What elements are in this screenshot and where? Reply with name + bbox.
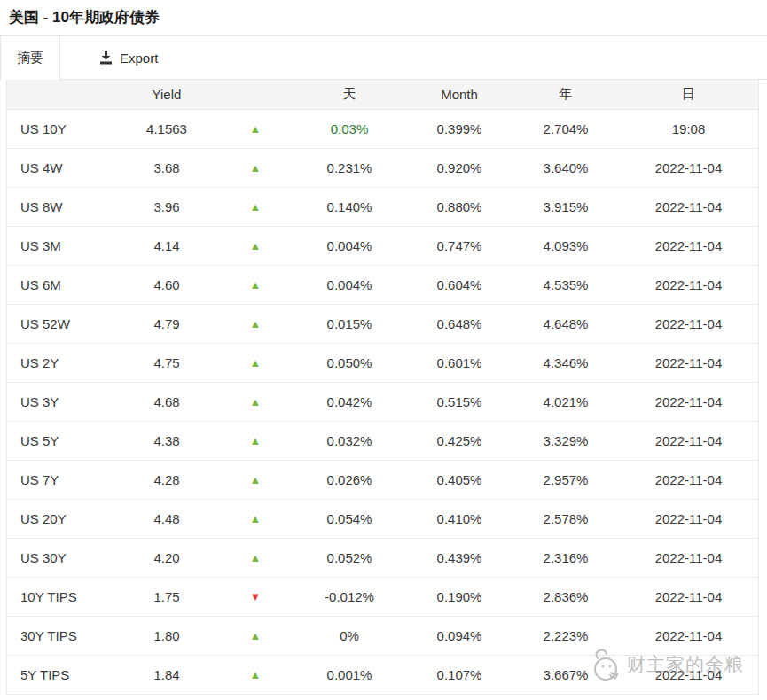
day-change: 0.03% bbox=[293, 109, 406, 148]
date-value: 2022-11-04 bbox=[619, 226, 758, 265]
day-change: 0.015% bbox=[293, 304, 406, 343]
col-header-name bbox=[7, 80, 115, 109]
day-change: 0.004% bbox=[293, 265, 406, 304]
table-row[interactable]: US 8W 3.96 ▲ 0.140% 0.880% 3.915% 2022-1… bbox=[7, 187, 758, 226]
yield-value: 4.60 bbox=[115, 265, 218, 304]
month-change: 0.425% bbox=[406, 421, 513, 460]
table-row[interactable]: US 5Y 4.38 ▲ 0.032% 0.425% 3.329% 2022-1… bbox=[7, 421, 758, 460]
month-change: 0.515% bbox=[406, 382, 513, 421]
year-change: 2.957% bbox=[513, 460, 619, 499]
month-change: 0.439% bbox=[406, 538, 513, 577]
yield-value: 4.75 bbox=[115, 343, 218, 382]
up-arrow-icon: ▲ bbox=[218, 187, 293, 226]
day-change: 0.052% bbox=[293, 538, 406, 577]
up-arrow-icon: ▲ bbox=[218, 148, 293, 187]
up-arrow-icon: ▲ bbox=[218, 655, 293, 694]
month-change: 0.880% bbox=[406, 187, 513, 226]
day-change: 0.001% bbox=[293, 655, 406, 694]
yield-value: 3.68 bbox=[115, 148, 218, 187]
yield-value: 1.84 bbox=[115, 655, 218, 694]
up-arrow-icon: ▲ bbox=[218, 421, 293, 460]
up-arrow-icon: ▲ bbox=[218, 460, 293, 499]
up-arrow-icon: ▲ bbox=[218, 499, 293, 538]
day-change: 0.231% bbox=[293, 148, 406, 187]
table-row[interactable]: 5Y TIPS 1.84 ▲ 0.001% 0.107% 3.667% 2022… bbox=[7, 655, 758, 694]
up-arrow-icon: ▲ bbox=[218, 304, 293, 343]
date-value: 2022-11-04 bbox=[619, 577, 758, 616]
year-change: 2.704% bbox=[513, 109, 619, 148]
table-row[interactable]: 30Y TIPS 1.80 ▲ 0% 0.094% 2.223% 2022-11… bbox=[7, 616, 758, 655]
instrument-name: 30Y TIPS bbox=[7, 616, 115, 655]
month-change: 0.405% bbox=[406, 460, 513, 499]
up-arrow-icon: ▲ bbox=[218, 109, 293, 148]
bond-table-container: Yield 天 Month 年 日 US 10Y 4.1563 ▲ 0.03% … bbox=[6, 80, 759, 695]
year-change: 2.578% bbox=[513, 499, 619, 538]
year-change: 2.316% bbox=[513, 538, 619, 577]
table-row[interactable]: US 7Y 4.28 ▲ 0.026% 0.405% 2.957% 2022-1… bbox=[7, 460, 758, 499]
date-value: 2022-11-04 bbox=[619, 187, 758, 226]
table-row[interactable]: US 52W 4.79 ▲ 0.015% 0.648% 4.648% 2022-… bbox=[7, 304, 758, 343]
instrument-name: US 3Y bbox=[7, 382, 115, 421]
table-row[interactable]: US 3Y 4.68 ▲ 0.042% 0.515% 4.021% 2022-1… bbox=[7, 382, 758, 421]
yield-value: 4.1563 bbox=[115, 109, 218, 148]
year-change: 4.648% bbox=[513, 304, 619, 343]
up-arrow-icon: ▲ bbox=[218, 538, 293, 577]
date-value: 19:08 bbox=[619, 109, 758, 148]
date-value: 2022-11-04 bbox=[619, 655, 758, 694]
day-change: 0.004% bbox=[293, 226, 406, 265]
instrument-name: US 8W bbox=[7, 187, 115, 226]
yield-value: 4.68 bbox=[115, 382, 218, 421]
date-value: 2022-11-04 bbox=[619, 382, 758, 421]
date-value: 2022-11-04 bbox=[619, 148, 758, 187]
month-change: 0.190% bbox=[406, 577, 513, 616]
title-bar: 美国 - 10年期政府债券 bbox=[0, 0, 767, 35]
year-change: 3.915% bbox=[513, 187, 619, 226]
day-change: 0.026% bbox=[293, 460, 406, 499]
day-change: 0% bbox=[293, 616, 406, 655]
day-change: 0.054% bbox=[293, 499, 406, 538]
export-label: Export bbox=[120, 51, 158, 66]
yield-value: 3.96 bbox=[115, 187, 218, 226]
tab-bar: 摘要 Export bbox=[0, 35, 767, 80]
down-arrow-icon: ▼ bbox=[218, 577, 293, 616]
yield-value: 4.48 bbox=[115, 499, 218, 538]
up-arrow-icon: ▲ bbox=[218, 226, 293, 265]
month-change: 0.094% bbox=[406, 616, 513, 655]
instrument-name: US 5Y bbox=[7, 421, 115, 460]
download-icon bbox=[99, 51, 113, 65]
table-header-row: Yield 天 Month 年 日 bbox=[7, 80, 758, 109]
day-change: 0.140% bbox=[293, 187, 406, 226]
yield-value: 4.14 bbox=[115, 226, 218, 265]
col-header-year: 年 bbox=[513, 80, 619, 109]
col-header-day: 天 bbox=[293, 80, 406, 109]
date-value: 2022-11-04 bbox=[619, 499, 758, 538]
year-change: 3.640% bbox=[513, 148, 619, 187]
bond-table: Yield 天 Month 年 日 US 10Y 4.1563 ▲ 0.03% … bbox=[7, 80, 758, 695]
day-change: 0.042% bbox=[293, 382, 406, 421]
month-change: 0.747% bbox=[406, 226, 513, 265]
year-change: 2.836% bbox=[513, 577, 619, 616]
date-value: 2022-11-04 bbox=[619, 538, 758, 577]
month-change: 0.920% bbox=[406, 148, 513, 187]
page-title: 美国 - 10年期政府债券 bbox=[9, 7, 758, 27]
month-change: 0.604% bbox=[406, 265, 513, 304]
table-row[interactable]: US 2Y 4.75 ▲ 0.050% 0.601% 4.346% 2022-1… bbox=[7, 343, 758, 382]
table-row[interactable]: US 3M 4.14 ▲ 0.004% 0.747% 4.093% 2022-1… bbox=[7, 226, 758, 265]
table-row[interactable]: US 20Y 4.48 ▲ 0.054% 0.410% 2.578% 2022-… bbox=[7, 499, 758, 538]
table-row[interactable]: US 6M 4.60 ▲ 0.004% 0.604% 4.535% 2022-1… bbox=[7, 265, 758, 304]
day-change: -0.012% bbox=[293, 577, 406, 616]
table-row[interactable]: US 10Y 4.1563 ▲ 0.03% 0.399% 2.704% 19:0… bbox=[7, 109, 758, 148]
instrument-name: 10Y TIPS bbox=[7, 577, 115, 616]
table-row[interactable]: 10Y TIPS 1.75 ▼ -0.012% 0.190% 2.836% 20… bbox=[7, 577, 758, 616]
month-change: 0.648% bbox=[406, 304, 513, 343]
month-change: 0.399% bbox=[406, 109, 513, 148]
year-change: 4.093% bbox=[513, 226, 619, 265]
table-row[interactable]: US 4W 3.68 ▲ 0.231% 0.920% 3.640% 2022-1… bbox=[7, 148, 758, 187]
tab-summary[interactable]: 摘要 bbox=[0, 36, 60, 80]
export-button[interactable]: Export bbox=[94, 36, 163, 79]
date-value: 2022-11-04 bbox=[619, 421, 758, 460]
year-change: 3.667% bbox=[513, 655, 619, 694]
year-change: 3.329% bbox=[513, 421, 619, 460]
table-row[interactable]: US 30Y 4.20 ▲ 0.052% 0.439% 2.316% 2022-… bbox=[7, 538, 758, 577]
month-change: 0.410% bbox=[406, 499, 513, 538]
